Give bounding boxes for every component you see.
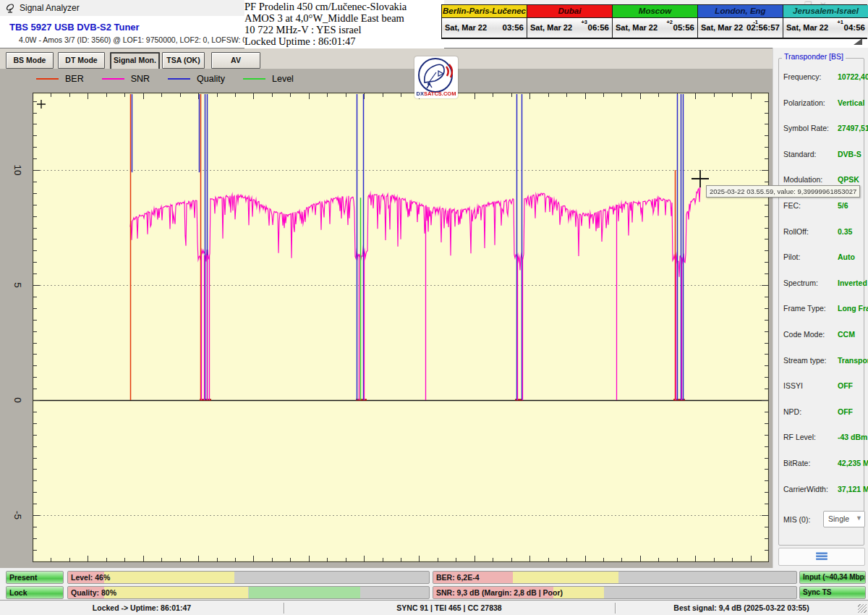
y-axis-label: 5 — [12, 282, 23, 288]
dxsatcs-logo: DXSATCS.COM — [414, 56, 458, 98]
indicator-bar-lock: Lock — [6, 586, 64, 599]
tp-value-code-mode: CCM — [838, 330, 855, 339]
clock-city: London, Eng — [698, 5, 783, 18]
tab-bar: BS ModeDT ModeSignal Mon.TSA (OK)AV (Ope… — [0, 48, 773, 69]
indicator-bar-level: Level: 46% — [67, 571, 430, 584]
tp-label-modulation: Modulation: — [783, 175, 822, 184]
legend-label: Quality — [197, 74, 225, 84]
tp-label-frequency: Frequency: — [783, 72, 822, 81]
tab-dt-mode[interactable]: DT Mode — [58, 52, 105, 69]
legend-label: BER — [65, 74, 84, 84]
clock-body: Sat, Mar 22-102:56:57 — [698, 18, 783, 38]
bar-segment — [104, 587, 249, 598]
sidebar-action-button[interactable] — [778, 548, 865, 566]
legend-item-quality: Quality — [168, 74, 225, 84]
clock-berlin-paris-lu-enec: Berlin-Paris-LučenecSat, Mar 2203:56 — [442, 5, 527, 38]
status-cell: SYNC 91 | TEI 465 | CC 27838 — [284, 601, 615, 615]
tp-value-fec: 5/6 — [838, 201, 848, 210]
app-icon — [5, 3, 16, 14]
bar-label: BER: 6,2E-4 — [436, 573, 480, 582]
status-text: Best signal: 9,4 dB (2025-03-22 03:55) — [615, 601, 868, 615]
status-cell: Locked -> Uptime: 86:01:47 — [0, 601, 284, 615]
clock-utc-offset: +3 — [581, 19, 587, 25]
bar-label: Input (~40,34 Mbps) — [803, 573, 866, 581]
clock-body: Sat, Mar 22+306:56 — [527, 18, 612, 38]
info-line: Locked Uptime : 86:01:47 — [244, 35, 444, 47]
tp-label-stream-type: Stream type: — [783, 356, 827, 365]
tp-label-bitrate: BitRate: — [783, 459, 810, 467]
tp-value-stream-type: Transport — [838, 356, 868, 365]
status-cell: Best signal: 9,4 dB (2025-03-22 03:55) — [615, 601, 868, 615]
resize-grip[interactable] — [858, 604, 867, 613]
clock-london-eng: London, EngSat, Mar 22-102:56:57 — [698, 5, 783, 38]
bar-segment — [104, 572, 234, 583]
bar-label: Present — [9, 573, 38, 582]
tab-label: BS Mode — [7, 53, 53, 67]
clock-time: 02:56:57 — [746, 23, 780, 32]
legend-line — [168, 78, 190, 80]
tp-label-carrierwidth: CarrierWidth: — [783, 485, 828, 493]
clock-time: 05:56 — [673, 23, 694, 32]
legend-label: Level — [272, 74, 294, 84]
info-line: 10 722 MHz-V : YES israel — [244, 24, 444, 35]
legend-line — [243, 78, 265, 80]
legend-item-ber: BER — [36, 74, 84, 84]
drive-icon — [816, 552, 827, 561]
clock-body: Sat, Mar 2203:56 — [442, 18, 527, 38]
bar-label: Level: 46% — [71, 573, 110, 582]
tuner-title: TBS 5927 USB DVB-S2 Tuner — [9, 22, 140, 33]
tp-value-issyi: OFF — [838, 381, 853, 390]
clock-utc-offset: +1 — [837, 19, 843, 25]
tp-value-modulation: QPSK — [838, 175, 859, 184]
clock-city: Berlin-Paris-Lučenec — [442, 5, 527, 18]
clock-moscow: MoscowSat, Mar 22+205:56 — [613, 5, 698, 38]
tp-label-issyi: ISSYI — [783, 381, 803, 390]
status-divider — [284, 603, 284, 614]
clock-widget-grip-icon[interactable] — [854, 38, 862, 45]
chart-tooltip: 2025-03-22 03.55.59, value: 9,3999996185… — [706, 185, 860, 198]
mis-select[interactable]: Single ▼ — [823, 511, 865, 527]
legend-line — [36, 78, 59, 80]
bar-label: SNR: 9,3 dB (Margin: 2,8 dB | Poor) — [436, 588, 563, 597]
tp-label-spectrum: Spectrum: — [783, 279, 818, 287]
clock-date: Sat, Mar 22 — [701, 23, 743, 32]
window-title: Signal Analyzer — [20, 3, 80, 13]
tab-tsa-ok[interactable]: TSA (OK) — [162, 52, 205, 69]
clock-city: Moscow — [613, 5, 697, 18]
clock-jerusalem-israel: Jerusalem-IsraelSat, Mar 22+104:56 — [783, 5, 868, 38]
legend-line — [102, 78, 124, 80]
tab-bs-mode[interactable]: BS Mode — [6, 52, 54, 69]
indicator-bar-quality: Quality: 80% — [67, 586, 430, 599]
tp-label-rolloff: RollOff: — [783, 227, 809, 236]
bottom-indicator-panel: PresentLevel: 46%BER: 6,2E-4Input (~40,3… — [0, 568, 868, 600]
tp-value-frequency: 10722,402 MHz — [838, 72, 868, 81]
tab-signal-mon[interactable]: Signal Mon. — [110, 52, 160, 70]
signal-chart-canvas[interactable] — [33, 93, 769, 562]
indicator-bar-snr: SNR: 9,3 dB (Margin: 2,8 dB | Poor) — [433, 586, 797, 599]
clock-date: Sat, Mar 22 — [445, 23, 487, 32]
clock-body: Sat, Mar 22+104:56 — [783, 18, 868, 38]
status-divider — [615, 603, 616, 614]
tp-label-code-mode: Code Mode: — [783, 330, 825, 339]
tp-value-polarization: Vertical — [838, 98, 864, 107]
clock-time: 03:56 — [503, 23, 524, 32]
status-bar: Locked -> Uptime: 86:01:47SYNC 91 | TEI … — [0, 600, 868, 615]
tab-av-opening[interactable]: AV (Opening) — [211, 52, 260, 69]
clock-date: Sat, Mar 22 — [616, 23, 658, 32]
bar-segment — [513, 572, 618, 583]
world-clocks: Berlin-Paris-LučenecSat, Mar 2203:56Duba… — [441, 4, 867, 39]
clock-city: Jerusalem-Israel — [783, 5, 868, 18]
y-axis-label: -5 — [12, 511, 23, 519]
station-info-block: PF Prodelin 450 cm/Lučenec-Slovakia AMOS… — [244, 0, 444, 48]
tab-label: DT Mode — [59, 53, 104, 67]
chart-legend: BERSNRQualityLevel — [36, 72, 312, 86]
indicator-bar-ber: BER: 6,2E-4 — [433, 571, 797, 584]
y-axis-label: 10 — [12, 164, 23, 175]
tp-label-polarization: Polarization: — [783, 98, 825, 107]
tp-label-symbol-rate: Symbol Rate: — [783, 124, 829, 132]
bar-label: Sync TS — [803, 588, 831, 596]
tp-label-pilot: Pilot: — [783, 253, 800, 261]
legend-item-level: Level — [243, 74, 294, 84]
clock-time: 04:56 — [844, 23, 865, 32]
tp-value-npd: OFF — [838, 407, 853, 416]
